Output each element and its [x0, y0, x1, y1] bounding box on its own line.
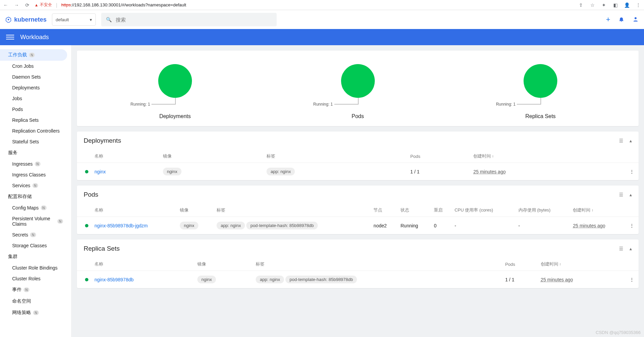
table-row: nginx-85b98978db nginxapp: nginxpod-temp…: [77, 271, 639, 288]
sidebar-item[interactable]: Replica Sets: [0, 115, 71, 125]
rs-title: Replica Sets: [84, 245, 120, 252]
label-chip: nginx: [197, 276, 216, 283]
hamburger-icon[interactable]: [6, 35, 14, 39]
status-dot: [85, 170, 88, 173]
filter-icon[interactable]: ☰: [619, 192, 623, 197]
k8s-icon: [5, 17, 11, 23]
kubernetes-logo[interactable]: kubernetes: [5, 16, 47, 23]
star-icon[interactable]: ☆: [589, 2, 595, 8]
namespace-select[interactable]: default▾: [52, 13, 96, 26]
status-dot: [85, 278, 88, 281]
pods-table: 名称 镜像 标签 节点 状态 重启 CPU 使用率 (cores) 内存使用 (…: [77, 204, 639, 234]
resource-link[interactable]: nginx-85b98978db: [94, 277, 134, 282]
label-chip: app: nginx: [217, 222, 245, 229]
bell-icon[interactable]: [618, 16, 624, 23]
sidebar-header-service[interactable]: 服务: [0, 147, 71, 159]
filter-icon[interactable]: ☰: [619, 138, 623, 143]
sidebar-header-config[interactable]: 配置和存储: [0, 191, 71, 202]
status-chart: Running: 1 Deployments: [84, 64, 267, 119]
watermark: CSDN @qq759035366: [596, 330, 641, 335]
svg-point-1: [8, 19, 9, 21]
address-bar[interactable]: https://192.168.186.130:30001/#/workload…: [61, 2, 186, 7]
row-menu-icon[interactable]: ⋮: [625, 271, 639, 288]
sidebar-item[interactable]: Cluster Roles: [0, 273, 71, 284]
collapse-icon[interactable]: ▴: [629, 138, 632, 143]
sidebar-item[interactable]: Pods: [0, 104, 71, 115]
create-icon[interactable]: +: [606, 15, 610, 24]
pods-title: Pods: [84, 191, 98, 198]
replicasets-card: Replica Sets ☰▴ 名称 镜像 标签 Pods 创建时间 nginx…: [77, 240, 639, 288]
sidebar-item[interactable]: Ingress Classes: [0, 169, 71, 180]
sidebar-item[interactable]: 命名空间: [0, 296, 71, 307]
sidebar-header-cluster[interactable]: 集群: [0, 251, 71, 262]
sidebar: 工作负载N Cron JobsDaemon SetsDeploymentsJob…: [0, 45, 72, 337]
search-icon: 🔍: [106, 17, 112, 22]
label-chip: app: nginx: [267, 168, 295, 175]
label-chip: app: nginx: [256, 276, 284, 283]
sidebar-item[interactable]: Daemon Sets: [0, 72, 71, 82]
sidebar-item[interactable]: 网络策略N: [0, 307, 71, 318]
resource-link[interactable]: nginx-85b98978db-jgdzm: [94, 223, 148, 228]
sidebar-item[interactable]: Cluster Role Bindings: [0, 262, 71, 273]
collapse-icon[interactable]: ▴: [629, 246, 632, 251]
sidebar-item[interactable]: SecretsN: [0, 229, 71, 240]
deployments-card: Deployments ☰▴ 名称 镜像 标签 Pods 创建时间 nginx …: [77, 132, 639, 180]
chevron-down-icon: ▾: [90, 17, 92, 22]
status-chart: Running: 1 Replica Sets: [449, 64, 632, 119]
label-chip: nginx: [163, 168, 181, 175]
search-box[interactable]: 🔍: [101, 13, 277, 26]
sidebar-item[interactable]: 事件N: [0, 284, 71, 296]
row-menu-icon[interactable]: ⋮: [625, 163, 639, 180]
sidebar-item[interactable]: Stateful Sets: [0, 136, 71, 147]
reload-icon[interactable]: ⟳: [24, 2, 30, 8]
sidebar-item-workloads[interactable]: 工作负载N: [0, 49, 67, 61]
forward-icon[interactable]: →: [13, 2, 20, 8]
status-dot: [85, 224, 88, 227]
sidebar-item[interactable]: Config MapsN: [0, 202, 71, 213]
search-input[interactable]: [116, 17, 272, 23]
menu-icon[interactable]: ⋮: [635, 2, 641, 8]
deployments-title: Deployments: [84, 137, 121, 144]
sidebar-item[interactable]: Storage Classes: [0, 240, 71, 251]
svg-point-2: [635, 17, 637, 19]
browser-toolbar: ← → ⟳ ▲ 不安全 | https://192.168.186.130:30…: [0, 0, 644, 10]
extensions-icon[interactable]: ✦: [601, 2, 607, 8]
status-chart: Running: 1 Pods: [267, 64, 449, 119]
insecure-badge: ▲ 不安全: [34, 2, 52, 8]
main-content: Running: 1 Deployments Running: 1 Pods R…: [72, 45, 644, 337]
label-chip: nginx: [180, 222, 198, 229]
app-topbar: kubernetes default▾ 🔍 +: [0, 10, 644, 29]
page-title: Workloads: [20, 34, 49, 41]
overview-charts-card: Running: 1 Deployments Running: 1 Pods R…: [77, 51, 639, 126]
pods-card: Pods ☰▴ 名称 镜像 标签 节点 状态 重启 CPU 使用率 (cores…: [77, 186, 639, 234]
rs-table: 名称 镜像 标签 Pods 创建时间 nginx-85b98978db ngin…: [77, 258, 639, 288]
collapse-icon[interactable]: ▴: [629, 192, 632, 197]
account-icon[interactable]: [633, 16, 639, 23]
sidebar-item[interactable]: Deployments: [0, 82, 71, 93]
deployments-table: 名称 镜像 标签 Pods 创建时间 nginx nginxapp: nginx…: [77, 150, 639, 180]
page-header: Workloads: [0, 29, 644, 45]
label-chip: pod-template-hash: 85b98978db: [285, 276, 357, 283]
sidebar-item[interactable]: ServicesN: [0, 180, 71, 191]
profile-icon[interactable]: 👤: [624, 2, 630, 8]
filter-icon[interactable]: ☰: [619, 246, 623, 251]
panel-icon[interactable]: ◧: [612, 2, 618, 8]
table-row: nginx nginxapp: nginx1 / 1 25 minutes ag…: [77, 163, 639, 180]
back-icon[interactable]: ←: [3, 2, 9, 8]
table-row: nginx-85b98978db-jgdzm nginxapp: nginxpo…: [77, 217, 639, 234]
resource-link[interactable]: nginx: [94, 169, 106, 174]
sidebar-item[interactable]: Replication Controllers: [0, 125, 71, 136]
sidebar-item[interactable]: Cron Jobs: [0, 61, 71, 72]
sidebar-item[interactable]: Persistent Volume ClaimsN: [0, 213, 71, 229]
row-menu-icon[interactable]: ⋮: [625, 217, 639, 234]
sidebar-item[interactable]: IngressesN: [0, 159, 71, 169]
share-icon[interactable]: ⇪: [578, 2, 584, 8]
label-chip: pod-template-hash: 85b98978db: [246, 222, 318, 229]
sidebar-item[interactable]: Jobs: [0, 93, 71, 104]
